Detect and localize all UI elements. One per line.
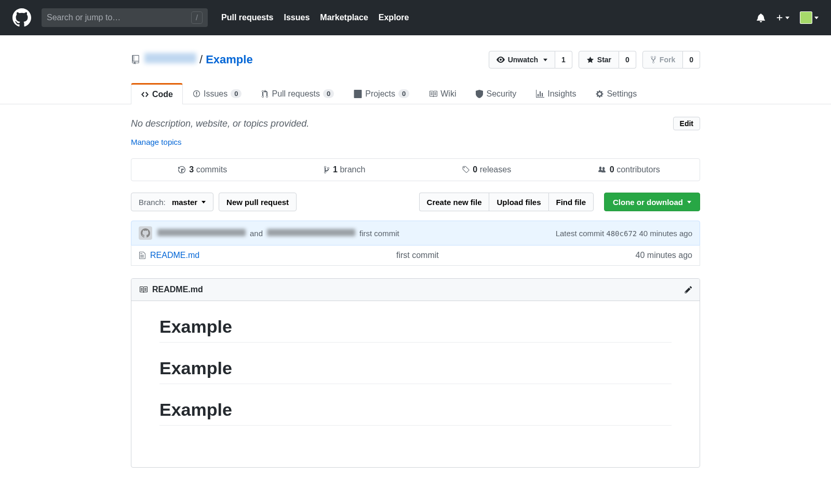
file-name-link[interactable]: README.md bbox=[150, 251, 199, 260]
tab-insights[interactable]: Insights bbox=[526, 83, 586, 104]
edit-description-button[interactable]: Edit bbox=[673, 117, 700, 130]
repo-header: / Example Unwatch 1 Star 0 bbox=[131, 51, 700, 69]
manage-topics-link[interactable]: Manage topics bbox=[131, 138, 182, 146]
book-icon bbox=[429, 90, 437, 98]
nav-marketplace[interactable]: Marketplace bbox=[320, 13, 368, 22]
issue-icon bbox=[193, 90, 200, 98]
contributors-stat[interactable]: 0 contributors bbox=[558, 159, 700, 181]
fork-label: Fork bbox=[660, 56, 675, 64]
commit-and: and bbox=[250, 229, 263, 238]
repo-description-row: No description, website, or topics provi… bbox=[131, 117, 700, 130]
watchers-count[interactable]: 1 bbox=[555, 51, 572, 69]
nav-explore[interactable]: Explore bbox=[379, 13, 409, 22]
tab-settings[interactable]: Settings bbox=[586, 83, 647, 104]
tab-code[interactable]: Code bbox=[131, 83, 183, 104]
forks-count[interactable]: 0 bbox=[683, 51, 700, 69]
stars-count[interactable]: 0 bbox=[619, 51, 636, 69]
unwatch-button[interactable]: Unwatch bbox=[489, 51, 555, 69]
commits-stat[interactable]: 3 commits bbox=[131, 159, 274, 181]
issues-count: 0 bbox=[231, 89, 242, 98]
watch-label: Unwatch bbox=[508, 56, 538, 64]
upload-files-button[interactable]: Upload files bbox=[489, 193, 548, 211]
fork-button-group: Fork 0 bbox=[642, 51, 700, 69]
readme-filename: README.md bbox=[152, 285, 203, 294]
pencil-icon bbox=[685, 285, 692, 294]
project-icon bbox=[354, 90, 362, 98]
repo-name-link[interactable]: Example bbox=[206, 53, 253, 66]
search-input-wrapper[interactable]: / bbox=[42, 8, 208, 27]
tab-label: Security bbox=[486, 89, 516, 99]
nav-issues[interactable]: Issues bbox=[284, 13, 310, 22]
eye-icon bbox=[497, 56, 505, 64]
file-commit-message[interactable]: first commit bbox=[396, 251, 439, 260]
tab-wiki[interactable]: Wiki bbox=[419, 83, 466, 104]
commit-author[interactable] bbox=[157, 229, 246, 238]
tab-security[interactable]: Security bbox=[466, 83, 526, 104]
global-header: / Pull requests Issues Marketplace Explo… bbox=[0, 0, 831, 35]
commit-time: 40 minutes ago bbox=[639, 229, 692, 238]
shield-icon bbox=[476, 90, 483, 98]
book-icon bbox=[139, 285, 148, 294]
file-toolbar: Branch: master New pull request Create n… bbox=[131, 193, 700, 211]
commit-coauthor[interactable] bbox=[267, 229, 355, 238]
releases-stat[interactable]: 0 releases bbox=[416, 159, 558, 181]
commit-hash[interactable]: 480c672 bbox=[606, 229, 637, 238]
watch-button-group: Unwatch 1 bbox=[489, 51, 572, 69]
repo-owner-link[interactable] bbox=[144, 53, 196, 66]
tab-label: Code bbox=[152, 90, 173, 99]
readme-heading: Example bbox=[159, 400, 672, 426]
readme-box: README.md Example Example Example bbox=[131, 278, 700, 468]
commit-message[interactable]: first commit bbox=[359, 229, 399, 238]
star-button-group: Star 0 bbox=[579, 51, 636, 69]
readme-heading: Example bbox=[159, 358, 672, 384]
tag-icon bbox=[462, 166, 470, 174]
search-input[interactable] bbox=[47, 13, 191, 22]
new-pull-request-button[interactable]: New pull request bbox=[219, 193, 297, 211]
tab-label: Pull requests bbox=[272, 89, 320, 99]
readme-heading: Example bbox=[159, 317, 672, 343]
tab-projects[interactable]: Projects 0 bbox=[344, 83, 419, 104]
tab-label: Insights bbox=[547, 89, 576, 99]
tab-label: Settings bbox=[607, 89, 637, 99]
projects-count: 0 bbox=[398, 89, 409, 98]
branch-select-button[interactable]: Branch: master bbox=[131, 193, 213, 211]
tab-label: Wiki bbox=[440, 89, 456, 99]
repo-tabs: Code Issues 0 Pull requests 0 Projects 0… bbox=[131, 83, 700, 104]
star-icon bbox=[586, 56, 594, 64]
file-row: README.md first commit 40 minutes ago bbox=[131, 246, 700, 266]
repo-description: No description, website, or topics provi… bbox=[131, 118, 309, 129]
file-time: 40 minutes ago bbox=[636, 251, 692, 260]
commit-avatar[interactable] bbox=[139, 226, 152, 240]
header-nav: Pull requests Issues Marketplace Explore bbox=[221, 13, 409, 22]
latest-commit-bar: and first commit Latest commit 480c672 4… bbox=[131, 221, 700, 246]
branch-icon bbox=[324, 166, 330, 174]
branches-stat[interactable]: 1 branch bbox=[274, 159, 416, 181]
fork-button[interactable]: Fork bbox=[642, 51, 683, 69]
slash-key-hint-icon: / bbox=[191, 11, 203, 24]
edit-readme-button[interactable] bbox=[685, 285, 692, 294]
graph-icon bbox=[536, 90, 544, 98]
people-icon bbox=[597, 166, 607, 173]
user-menu[interactable] bbox=[800, 11, 819, 24]
repo-stats-bar: 3 commits 1 branch 0 releases 0 contribu… bbox=[131, 158, 700, 181]
avatar bbox=[800, 11, 812, 24]
latest-commit-label: Latest commit bbox=[556, 229, 604, 238]
gear-icon bbox=[596, 90, 604, 98]
github-logo-icon[interactable] bbox=[12, 8, 31, 28]
github-mark-icon bbox=[141, 228, 150, 238]
fork-icon bbox=[650, 56, 656, 64]
tab-issues[interactable]: Issues 0 bbox=[183, 83, 251, 104]
star-button[interactable]: Star bbox=[579, 51, 619, 69]
nav-pull-requests[interactable]: Pull requests bbox=[221, 13, 273, 22]
create-new-file-button[interactable]: Create new file bbox=[419, 193, 489, 211]
notifications-icon[interactable] bbox=[756, 13, 766, 22]
readme-body: Example Example Example bbox=[131, 301, 700, 467]
find-file-button[interactable]: Find file bbox=[548, 193, 594, 211]
tab-pull-requests[interactable]: Pull requests 0 bbox=[251, 83, 344, 104]
repo-icon bbox=[131, 55, 140, 64]
pull-request-icon bbox=[261, 90, 269, 98]
create-new-menu[interactable] bbox=[776, 14, 789, 21]
clone-download-button[interactable]: Clone or download bbox=[604, 193, 700, 211]
repo-separator: / bbox=[199, 53, 203, 66]
file-icon bbox=[139, 251, 146, 260]
